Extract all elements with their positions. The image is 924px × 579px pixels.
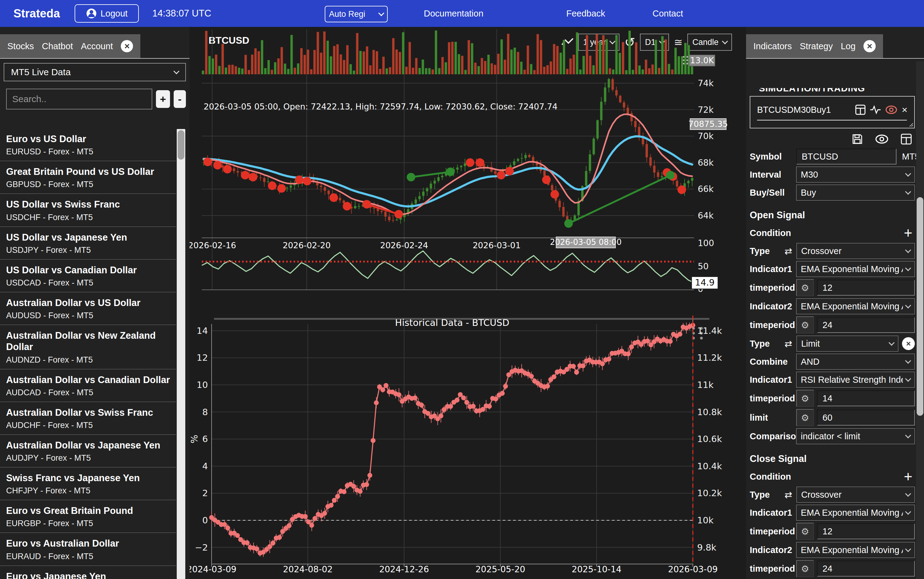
instrument-name: Euro vs Great Britain Pound bbox=[6, 505, 174, 516]
tab-stocks[interactable]: Stocks bbox=[7, 41, 34, 51]
resize-handle[interactable] bbox=[908, 122, 913, 127]
timeperiod-input[interactable] bbox=[817, 317, 915, 333]
dropdown-select[interactable]: indicator < limit bbox=[796, 428, 915, 444]
close-icon[interactable]: × bbox=[902, 105, 908, 114]
section-close-signal: Close Signal bbox=[750, 453, 915, 465]
search-input[interactable] bbox=[6, 89, 152, 110]
instrument-item[interactable]: Australian Dollar vs New Zealand DollarA… bbox=[0, 325, 176, 369]
pulse-icon[interactable] bbox=[870, 105, 881, 114]
logout-button[interactable]: Logout bbox=[75, 4, 139, 23]
dropdown-select[interactable]: M30 bbox=[796, 167, 915, 183]
selected-value: Crossover bbox=[801, 246, 903, 256]
dropdown-select[interactable]: EMA Exponential Moving Avera bbox=[796, 542, 915, 558]
dropdown-select[interactable]: Limit bbox=[796, 336, 898, 352]
data-source-select[interactable]: MT5 Live Data bbox=[4, 63, 186, 81]
dropdown-select[interactable]: Buy bbox=[796, 185, 915, 201]
add-button[interactable]: + bbox=[156, 90, 170, 108]
instrument-item[interactable]: US Dollar vs Canadian DollarUSDCAD - For… bbox=[0, 260, 176, 292]
dropdown-select[interactable]: Crossover bbox=[796, 243, 915, 259]
nav-link-contact[interactable]: Contact bbox=[653, 0, 683, 27]
instrument-item[interactable]: US Dollar vs Japanese YenUSDJPY - Forex … bbox=[0, 227, 176, 260]
instrument-name: Australian Dollar vs Swiss Franc bbox=[6, 407, 174, 418]
instrument-item[interactable]: Great Britain Pound vs US DollarGBPUSD -… bbox=[0, 161, 176, 194]
svg-text:9.8k: 9.8k bbox=[697, 542, 716, 553]
nav-link-feedback[interactable]: Feedback bbox=[566, 0, 605, 27]
dropdown-select[interactable]: EMA Exponential Moving Avera bbox=[796, 505, 915, 521]
tab-account[interactable]: Account bbox=[81, 41, 113, 51]
close-icon[interactable]: × bbox=[863, 40, 876, 52]
tab-indicators[interactable]: Indicators bbox=[753, 41, 792, 51]
table-icon[interactable] bbox=[855, 105, 865, 115]
chevron-down-icon bbox=[173, 68, 180, 74]
strategy-item[interactable]: BTCUSDM30Buy1 × bbox=[750, 96, 914, 115]
instrument-item[interactable]: Euro vs Australian DollarEURAUD - Forex … bbox=[0, 533, 176, 566]
chart-area: BTCUSD 1 year ↺ D1 ≅ Candle 74k72k70k68k… bbox=[190, 27, 746, 579]
svg-text:70875.35: 70875.35 bbox=[689, 119, 728, 129]
condition-label: Condition bbox=[750, 228, 796, 238]
instrument-item[interactable]: Australian Dollar vs Swiss FrancAUDCHF -… bbox=[0, 402, 176, 435]
symbol-input[interactable] bbox=[796, 149, 896, 164]
remove-button[interactable]: - bbox=[174, 90, 186, 108]
selected-value: Crossover bbox=[801, 490, 903, 500]
instrument-item[interactable]: Euro vs Great Britain PoundEURGBP - Fore… bbox=[0, 500, 176, 533]
comparison-label: Comparison bbox=[750, 431, 796, 442]
save-icon[interactable] bbox=[852, 134, 863, 145]
dropdown-select[interactable]: EMA Exponential Moving Avera bbox=[796, 261, 915, 277]
row-indicator1: Indicator1RSI Relative Strength Index bbox=[750, 372, 915, 388]
remove-condition-icon[interactable]: × bbox=[902, 337, 915, 350]
tab-strategy[interactable]: Strategy bbox=[800, 41, 833, 51]
timeperiod-input[interactable] bbox=[817, 561, 915, 577]
add-condition-button[interactable]: + bbox=[904, 227, 915, 239]
gear-icon[interactable]: ⚙ bbox=[796, 390, 814, 407]
svg-text:12: 12 bbox=[196, 352, 208, 363]
eye-icon[interactable] bbox=[875, 134, 888, 144]
row-indicator2: Indicator2EMA Exponential Moving Avera bbox=[750, 542, 915, 558]
instrument-name: Australian Dollar vs Japanese Yen bbox=[6, 440, 174, 451]
timeperiod-input[interactable] bbox=[817, 280, 915, 296]
panel-scrollbar[interactable] bbox=[916, 61, 924, 579]
dropdown-select[interactable]: EMA Exponential Moving Avera bbox=[796, 298, 915, 314]
gear-icon[interactable]: ⚙ bbox=[796, 279, 814, 296]
instrument-meta: AUDCHF - Forex - MT5 bbox=[6, 420, 174, 430]
instrument-item[interactable]: Euro vs Japanese YenEURJPY - Forex - MT5 bbox=[0, 566, 176, 579]
row-limit: limit⚙ bbox=[750, 409, 915, 426]
auto-regi-select[interactable]: Auto Regi bbox=[325, 6, 388, 22]
instrument-item[interactable]: Swiss Franc vs Japanese YenCHFJPY - Fore… bbox=[0, 468, 176, 500]
timeperiod-input[interactable] bbox=[817, 523, 915, 539]
tab-log[interactable]: Log bbox=[841, 41, 855, 51]
dropdown-select[interactable]: RSI Relative Strength Index bbox=[796, 372, 915, 388]
timeperiod-input[interactable] bbox=[817, 390, 915, 406]
eye-red-icon[interactable] bbox=[885, 105, 898, 114]
tab-chatbot[interactable]: Chatbot bbox=[42, 41, 73, 51]
add-condition-button[interactable]: + bbox=[904, 471, 915, 483]
nav-link-documentation[interactable]: Documentation bbox=[424, 0, 483, 27]
row-timeperiod: timeperiod⚙ bbox=[750, 390, 915, 407]
top-navbar: Strateda Logout 14:38:07 UTC Auto Regi D… bbox=[0, 0, 924, 27]
dropdown-select[interactable]: AND bbox=[796, 354, 915, 370]
instrument-name: US Dollar vs Japanese Yen bbox=[6, 232, 174, 243]
gear-icon[interactable]: ⚙ bbox=[796, 409, 814, 426]
instrument-name: US Dollar vs Swiss Franc bbox=[6, 199, 174, 210]
row-buy-sell: Buy/SellBuy bbox=[750, 185, 915, 201]
instrument-item[interactable]: Australian Dollar vs Canadian DollarAUDC… bbox=[0, 369, 176, 402]
gear-icon[interactable]: ⚙ bbox=[796, 316, 814, 334]
row-type: Type⇄Crossover bbox=[750, 243, 915, 259]
row-timeperiod: timeperiod⚙ bbox=[750, 523, 915, 540]
svg-text:2024-08-02: 2024-08-02 bbox=[283, 564, 333, 574]
price-chart[interactable]: 74k72k70k68k66k64k2026-03-05 05:00, Open… bbox=[190, 27, 746, 296]
close-icon[interactable]: × bbox=[121, 40, 133, 52]
gear-icon[interactable]: ⚙ bbox=[796, 523, 814, 540]
dropdown-select[interactable]: Crossover bbox=[796, 487, 915, 502]
sidebar-scrollbar[interactable] bbox=[177, 129, 185, 579]
instrument-item[interactable]: US Dollar vs Swiss FrancUSDCHF - Forex -… bbox=[0, 194, 176, 227]
svg-text:2026-03-05 05:00, Open: 72422.: 2026-03-05 05:00, Open: 72422.13, High: … bbox=[204, 102, 558, 111]
gear-icon[interactable]: ⚙ bbox=[796, 560, 814, 577]
svg-text:6: 6 bbox=[203, 434, 208, 444]
instrument-item[interactable]: Australian Dollar vs US DollarAUDUSD - F… bbox=[0, 292, 176, 325]
logout-label: Logout bbox=[101, 8, 128, 19]
table-icon[interactable] bbox=[901, 134, 912, 145]
historical-chart[interactable]: Historical Data - BTCUSD14121086420−211.… bbox=[190, 312, 746, 579]
instrument-item[interactable]: Australian Dollar vs Japanese YenAUDJPY … bbox=[0, 435, 176, 468]
instrument-item[interactable]: Euro vs US DollarEURUSD - Forex - MT5 bbox=[0, 128, 176, 161]
limit-input[interactable] bbox=[817, 410, 915, 425]
